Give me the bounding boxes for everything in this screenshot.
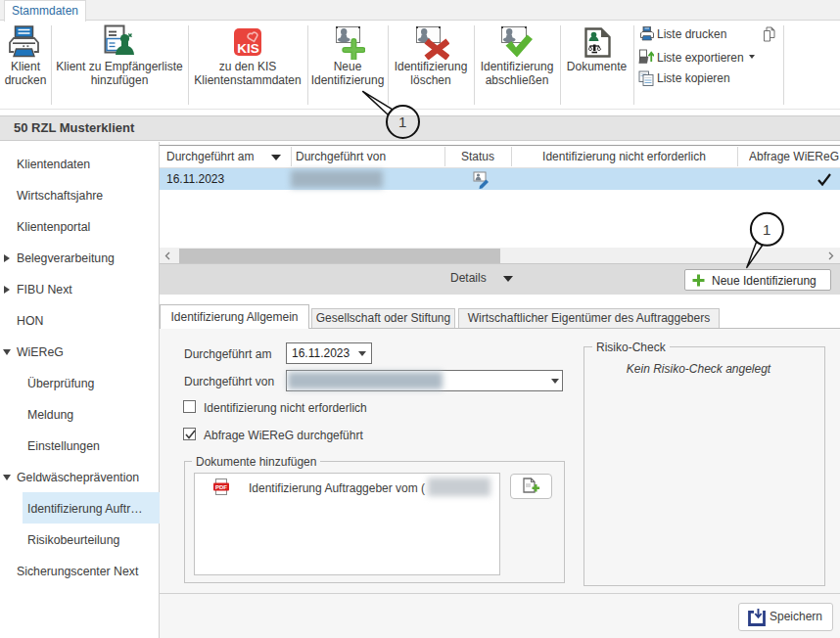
svg-text:1: 1 <box>398 114 406 130</box>
svg-text:1: 1 <box>763 221 770 238</box>
